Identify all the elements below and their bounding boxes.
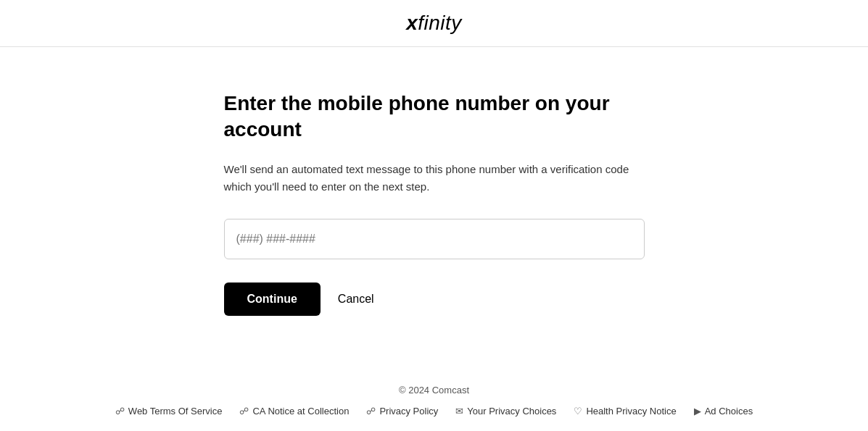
continue-button[interactable]: Continue [224, 283, 321, 316]
footer-link-label: Health Privacy Notice [586, 406, 676, 417]
copyright-text: © 2024 Comcast [12, 385, 856, 396]
footer-link-web-terms[interactable]: ☍ Web Terms Of Service [115, 406, 223, 417]
heart-icon: ♡ [574, 406, 582, 417]
footer-link-ca-notice[interactable]: ☍ CA Notice at Collection [239, 406, 349, 417]
cancel-button[interactable]: Cancel [338, 283, 374, 316]
description-text: We'll send an automated text message to … [224, 161, 645, 196]
site-footer: © 2024 Comcast ☍ Web Terms Of Service ☍ … [0, 370, 868, 431]
document-icon-2: ☍ [239, 406, 249, 417]
footer-link-privacy-choices[interactable]: ✉ Your Privacy Choices [455, 406, 556, 417]
footer-link-privacy-policy[interactable]: ☍ Privacy Policy [366, 406, 438, 417]
page-title: Enter the mobile phone number on your ac… [224, 91, 645, 143]
button-row: Continue Cancel [224, 283, 645, 316]
footer-nav: ☍ Web Terms Of Service ☍ CA Notice at Co… [12, 406, 856, 417]
footer-link-ad-choices[interactable]: ▶ Ad Choices [694, 406, 753, 417]
logo-text: finity [418, 12, 462, 34]
footer-link-health-privacy[interactable]: ♡ Health Privacy Notice [574, 406, 676, 417]
footer-link-label: Your Privacy Choices [467, 406, 556, 417]
phone-input[interactable] [224, 219, 645, 259]
xfinity-logo: xfinity [406, 12, 462, 35]
footer-link-label: Ad Choices [705, 406, 753, 417]
document-icon: ☍ [115, 406, 125, 417]
footer-link-label: Privacy Policy [379, 406, 438, 417]
globe-icon: ✉ [455, 406, 463, 417]
play-icon: ▶ [694, 406, 701, 417]
footer-link-label: CA Notice at Collection [252, 406, 349, 417]
content-card: Enter the mobile phone number on your ac… [224, 91, 645, 316]
main-content: Enter the mobile phone number on your ac… [0, 47, 868, 370]
document-icon-3: ☍ [366, 406, 376, 417]
footer-link-label: Web Terms Of Service [128, 406, 223, 417]
site-header: xfinity [0, 0, 868, 47]
